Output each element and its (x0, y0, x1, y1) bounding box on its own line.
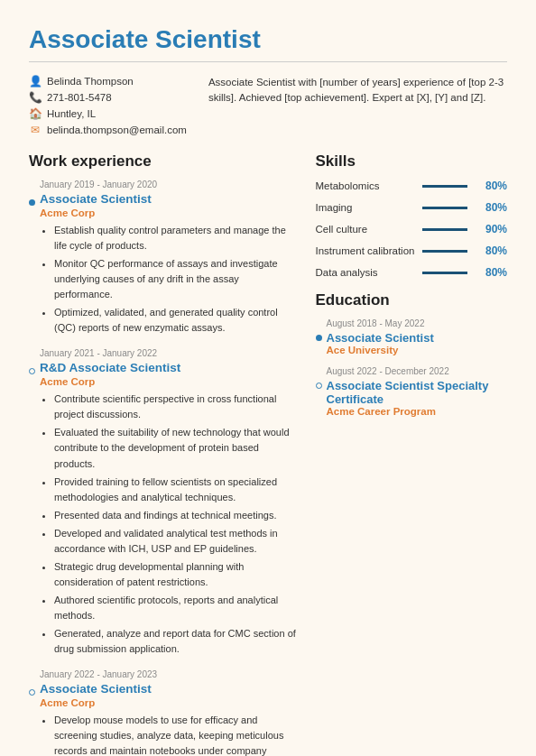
bullet-1-1: Establish quality control parameters and… (54, 223, 298, 254)
skill-bar-bg-1 (422, 207, 468, 209)
skill-pct-0: 80% (475, 180, 507, 192)
work-experience-section: Work experience January 2019 - January 2… (29, 152, 298, 756)
skill-bar-fill-3 (422, 250, 458, 253)
job-entry-1: January 2019 - January 2020 Associate Sc… (29, 180, 298, 336)
edu-institution-0: Ace University (327, 345, 508, 355)
skill-pct-1: 80% (475, 201, 507, 214)
edu-date-1: August 2022 - December 2022 (327, 366, 508, 376)
skill-bar-bg-0 (422, 185, 468, 188)
skill-bar-fill-4 (422, 272, 458, 274)
skill-name-4: Data analysis (316, 267, 415, 278)
contact-section: 👤 Belinda Thompson 📞 271-801-5478 🏠 Hunt… (29, 75, 507, 136)
skill-bar-fill-2 (422, 228, 463, 231)
page-title: Associate Scientist (29, 25, 507, 54)
job-date-2: January 2021 - January 2022 (40, 348, 298, 358)
education-section: Education August 2018 - May 2022 Associa… (316, 291, 508, 417)
skill-row-2: Cell culture 90% (316, 223, 508, 235)
skill-bar-bg-2 (422, 228, 468, 231)
skill-pct-3: 80% (475, 244, 507, 257)
contact-name: 👤 Belinda Thompson (29, 75, 187, 88)
email-icon: ✉ (29, 124, 42, 136)
bullet-2-3: Provided training to fellow scientists o… (54, 475, 298, 505)
job-dot-2 (29, 368, 35, 374)
job-dot-3 (29, 689, 35, 696)
edu-degree-1: Associate Scientist Specialty Certificat… (327, 379, 508, 406)
bullet-1-3: Optimized, validated, and generated qual… (54, 305, 298, 336)
job-bullets-2: Contribute scientific perspective in cro… (40, 392, 298, 657)
company-3: Acme Corp (40, 697, 298, 708)
main-content: Work experience January 2019 - January 2… (29, 152, 507, 756)
bullet-2-5: Developed and validated analytical test … (54, 526, 298, 557)
bullet-2-4: Presented data and findings at technical… (54, 508, 298, 523)
header-divider (29, 61, 507, 62)
bullet-3-1: Develop mouse models to use for efficacy… (54, 713, 298, 756)
job-entry-2: January 2021 - January 2022 R&D Associat… (29, 348, 298, 657)
skill-name-3: Instrument calibration (316, 245, 415, 256)
skill-row-0: Metabolomics 80% (316, 180, 508, 192)
contact-email: ✉ belinda.thompson@email.com (29, 124, 187, 136)
right-column: Skills Metabolomics 80% Imaging 80% Cell… (316, 152, 508, 756)
skills-title: Skills (316, 152, 508, 171)
education-title: Education (316, 291, 508, 309)
bullet-2-2: Evaluated the suitability of new technol… (54, 425, 298, 471)
job-title-3: Associate Scientist (40, 682, 298, 696)
edu-entry-1: August 2022 - December 2022 Associate Sc… (316, 366, 508, 417)
company-1: Acme Corp (40, 207, 298, 218)
job-date-1: January 2019 - January 2020 (40, 180, 298, 189)
person-icon: 👤 (29, 75, 42, 88)
skill-row-4: Data analysis 80% (316, 266, 508, 279)
skill-bar-bg-4 (422, 272, 468, 274)
skill-name-1: Imaging (316, 202, 415, 213)
bullet-2-6: Strategic drug developmental planning wi… (54, 559, 298, 590)
skill-row-1: Imaging 80% (316, 201, 508, 214)
summary-text: Associate Scientist with [number of year… (208, 75, 507, 136)
contact-phone: 📞 271-801-5478 (29, 91, 187, 104)
edu-dot-0 (316, 335, 322, 341)
location-icon: 🏠 (29, 107, 42, 120)
job-date-3: January 2022 - January 2023 (40, 669, 298, 679)
job-dot-1 (29, 199, 35, 206)
skill-pct-4: 80% (475, 266, 507, 279)
edu-degree-0: Associate Scientist (327, 331, 508, 345)
bullet-2-1: Contribute scientific perspective in cro… (54, 392, 298, 422)
job-bullets-3: Develop mouse models to use for efficacy… (40, 713, 298, 756)
job-title-1: Associate Scientist (40, 192, 298, 206)
contact-location: 🏠 Huntley, IL (29, 107, 187, 120)
bullet-2-7: Authored scientific protocols, reports a… (54, 593, 298, 623)
job-entry-3: January 2022 - January 2023 Associate Sc… (29, 669, 298, 756)
phone-icon: 📞 (29, 91, 42, 104)
skill-name-2: Cell culture (316, 224, 415, 235)
skill-name-0: Metabolomics (316, 180, 415, 191)
bullet-2-8: Generated, analyze and report data for C… (54, 626, 298, 657)
skill-row-3: Instrument calibration 80% (316, 244, 508, 257)
skill-bar-fill-0 (422, 185, 458, 188)
edu-date-0: August 2018 - May 2022 (327, 318, 508, 328)
work-experience-title: Work experience (29, 152, 298, 171)
company-2: Acme Corp (40, 376, 298, 387)
edu-institution-1: Acme Career Program (327, 406, 508, 417)
contact-left: 👤 Belinda Thompson 📞 271-801-5478 🏠 Hunt… (29, 75, 187, 136)
edu-dot-1 (316, 383, 322, 389)
skill-pct-2: 90% (475, 223, 507, 235)
job-title-2: R&D Associate Scientist (40, 361, 298, 374)
edu-entry-0: August 2018 - May 2022 Associate Scienti… (316, 318, 508, 355)
skill-bar-fill-1 (422, 207, 458, 209)
bullet-1-2: Monitor QC performance of assays and inv… (54, 256, 298, 302)
job-bullets-1: Establish quality control parameters and… (40, 223, 298, 336)
skill-bar-bg-3 (422, 250, 468, 253)
